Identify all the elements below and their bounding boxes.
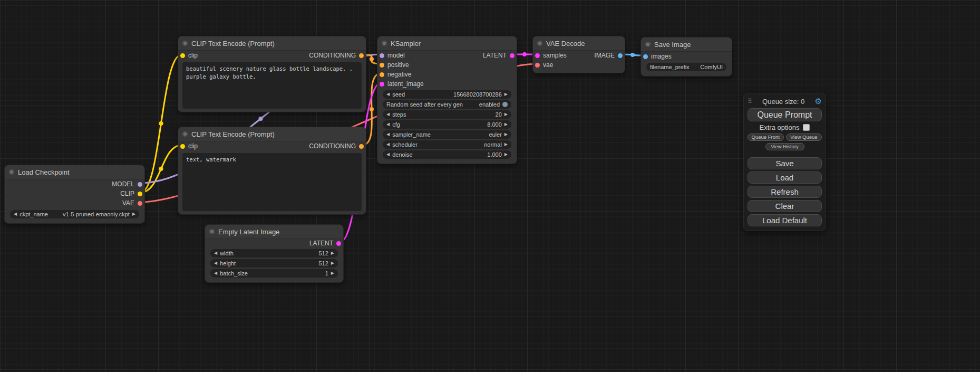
input-slot-latent-image[interactable]: latent_image bbox=[377, 79, 517, 89]
decrement-arrow-icon[interactable]: ◀ bbox=[214, 251, 217, 255]
widget-scheduler[interactable]: ◀ scheduler normal ▶ bbox=[383, 140, 511, 149]
slot-dot-vae[interactable] bbox=[535, 63, 540, 68]
increment-arrow-icon[interactable]: ▶ bbox=[504, 142, 508, 147]
slot-dot-vae[interactable] bbox=[138, 201, 142, 206]
prompt-textarea[interactable]: beautiful scenery nature glass bottle la… bbox=[182, 62, 362, 109]
collapse-dot-icon[interactable] bbox=[382, 41, 387, 46]
slot-dot-clip[interactable] bbox=[180, 144, 185, 149]
node-title-bar[interactable]: Save Image bbox=[641, 37, 732, 52]
slot-dot-clip[interactable] bbox=[138, 192, 142, 196]
decrement-arrow-icon[interactable]: ◀ bbox=[214, 261, 217, 265]
widget-sampler-name[interactable]: ◀ sampler_name euler ▶ bbox=[383, 130, 511, 139]
increment-arrow-icon[interactable]: ▶ bbox=[504, 92, 508, 97]
input-slot-model[interactable]: model bbox=[380, 52, 405, 59]
increment-arrow-icon[interactable]: ▶ bbox=[331, 251, 334, 255]
input-slot-images[interactable]: images bbox=[641, 52, 732, 61]
node-clip-text-encode-positive[interactable]: CLIP Text Encode (Prompt) clip CONDITION… bbox=[178, 36, 366, 112]
output-slot-model[interactable]: MODEL bbox=[5, 179, 144, 189]
node-title-bar[interactable]: VAE Decode bbox=[533, 36, 625, 51]
queue-prompt-button[interactable]: Queue Prompt bbox=[748, 108, 822, 121]
slot-dot-model[interactable] bbox=[138, 182, 142, 187]
node-graph-canvas[interactable]: Load Checkpoint MODEL CLIP VAE bbox=[0, 0, 980, 372]
collapse-dot-icon[interactable] bbox=[182, 41, 188, 46]
widget-denoise[interactable]: ◀ denoise 1.000 ▶ bbox=[383, 150, 511, 159]
input-slot-samples[interactable]: samples bbox=[535, 52, 567, 59]
widget-steps[interactable]: ◀ steps 20 ▶ bbox=[383, 110, 511, 119]
widget-filename-prefix[interactable]: filename_prefix ComfyUI bbox=[646, 63, 726, 71]
increment-arrow-icon[interactable]: ▶ bbox=[504, 152, 508, 157]
slot-dot-conditioning[interactable] bbox=[380, 72, 384, 77]
load-default-button[interactable]: Load Default bbox=[748, 214, 822, 226]
widget-random-seed-toggle[interactable]: Random seed after every gen enabled bbox=[383, 100, 511, 109]
node-empty-latent-image[interactable]: Empty Latent Image LATENT ◀ width 512 ▶ … bbox=[205, 224, 344, 283]
output-slot-latent[interactable]: LATENT bbox=[205, 239, 343, 247]
node-title-bar[interactable]: Load Checkpoint bbox=[5, 165, 144, 179]
clear-button[interactable]: Clear bbox=[748, 200, 822, 212]
output-slot-clip[interactable]: CLIP bbox=[5, 189, 144, 198]
decrement-arrow-icon[interactable]: ◀ bbox=[386, 122, 390, 127]
node-title-bar[interactable]: CLIP Text Encode (Prompt) bbox=[178, 127, 366, 141]
input-slot-clip[interactable]: clip bbox=[180, 52, 198, 59]
increment-arrow-icon[interactable]: ▶ bbox=[132, 212, 135, 216]
node-ksampler[interactable]: KSampler model LATENT positive bbox=[377, 36, 517, 164]
decrement-arrow-icon[interactable]: ◀ bbox=[214, 271, 217, 275]
collapse-dot-icon[interactable] bbox=[9, 169, 14, 175]
decrement-arrow-icon[interactable]: ◀ bbox=[386, 92, 390, 97]
widget-ckpt-name[interactable]: ◀ ckpt_name v1-5-pruned-emaonly.ckpt ▶ bbox=[10, 210, 139, 218]
node-title-bar[interactable]: KSampler bbox=[377, 36, 517, 51]
slot-dot-latent[interactable] bbox=[336, 241, 341, 246]
extra-options-checkbox[interactable] bbox=[803, 124, 810, 131]
increment-arrow-icon[interactable]: ▶ bbox=[331, 261, 334, 265]
decrement-arrow-icon[interactable]: ◀ bbox=[386, 132, 390, 137]
node-clip-text-encode-negative[interactable]: CLIP Text Encode (Prompt) clip CONDITION… bbox=[178, 127, 366, 215]
node-save-image[interactable]: Save Image images filename_prefix ComfyU… bbox=[641, 37, 732, 77]
slot-dot-latent[interactable] bbox=[535, 53, 540, 58]
output-slot-conditioning[interactable]: CONDITIONING bbox=[309, 52, 364, 59]
input-slot-vae[interactable]: vae bbox=[533, 60, 625, 70]
widget-cfg[interactable]: ◀ cfg 8.000 ▶ bbox=[383, 120, 511, 129]
decrement-arrow-icon[interactable]: ◀ bbox=[386, 112, 390, 117]
node-vae-decode[interactable]: VAE Decode samples IMAGE vae bbox=[532, 36, 625, 73]
toggle-dot-icon[interactable] bbox=[502, 102, 508, 107]
slot-dot-clip[interactable] bbox=[180, 53, 185, 58]
collapse-dot-icon[interactable] bbox=[645, 42, 651, 47]
node-load-checkpoint[interactable]: Load Checkpoint MODEL CLIP VAE bbox=[4, 165, 145, 224]
slot-dot-conditioning[interactable] bbox=[380, 63, 384, 68]
input-slot-negative[interactable]: negative bbox=[377, 70, 517, 79]
output-slot-image[interactable]: IMAGE bbox=[594, 52, 623, 59]
decrement-arrow-icon[interactable]: ◀ bbox=[386, 142, 390, 147]
slot-dot-latent[interactable] bbox=[380, 82, 384, 87]
prompt-textarea[interactable]: text, watermark bbox=[182, 153, 362, 211]
input-slot-positive[interactable]: positive bbox=[377, 60, 517, 70]
collapse-dot-icon[interactable] bbox=[209, 229, 215, 234]
slot-dot-conditioning[interactable] bbox=[359, 144, 364, 149]
collapse-dot-icon[interactable] bbox=[182, 131, 188, 137]
decrement-arrow-icon[interactable]: ◀ bbox=[14, 212, 17, 216]
save-button[interactable]: Save bbox=[748, 157, 822, 169]
slot-dot-model[interactable] bbox=[380, 53, 384, 58]
load-button[interactable]: Load bbox=[748, 171, 822, 184]
output-slot-conditioning[interactable]: CONDITIONING bbox=[309, 142, 364, 150]
slot-dot-image[interactable] bbox=[618, 53, 623, 58]
increment-arrow-icon[interactable]: ▶ bbox=[504, 122, 508, 127]
increment-arrow-icon[interactable]: ▶ bbox=[504, 112, 508, 117]
widget-seed[interactable]: ◀ seed 156680208700286 ▶ bbox=[383, 90, 511, 99]
view-history-button[interactable]: View History bbox=[765, 143, 804, 150]
widget-batch-size[interactable]: ◀ batch_size 1 ▶ bbox=[210, 269, 338, 278]
increment-arrow-icon[interactable]: ▶ bbox=[504, 132, 508, 137]
queue-front-button[interactable]: Queue Front bbox=[748, 133, 784, 141]
widget-width[interactable]: ◀ width 512 ▶ bbox=[210, 249, 338, 257]
output-slot-vae[interactable]: VAE bbox=[5, 198, 144, 208]
output-slot-latent[interactable]: LATENT bbox=[483, 52, 515, 59]
collapse-dot-icon[interactable] bbox=[537, 41, 542, 46]
node-title-bar[interactable]: Empty Latent Image bbox=[205, 225, 343, 239]
increment-arrow-icon[interactable]: ▶ bbox=[331, 271, 334, 275]
drag-handle-icon[interactable]: ⠿ bbox=[748, 98, 752, 105]
slot-dot-image[interactable] bbox=[643, 54, 648, 59]
decrement-arrow-icon[interactable]: ◀ bbox=[386, 152, 390, 157]
slot-dot-latent[interactable] bbox=[510, 53, 515, 58]
slot-dot-conditioning[interactable] bbox=[359, 53, 364, 58]
widget-height[interactable]: ◀ height 512 ▶ bbox=[210, 259, 338, 268]
node-title-bar[interactable]: CLIP Text Encode (Prompt) bbox=[178, 36, 366, 51]
refresh-button[interactable]: Refresh bbox=[748, 186, 822, 198]
